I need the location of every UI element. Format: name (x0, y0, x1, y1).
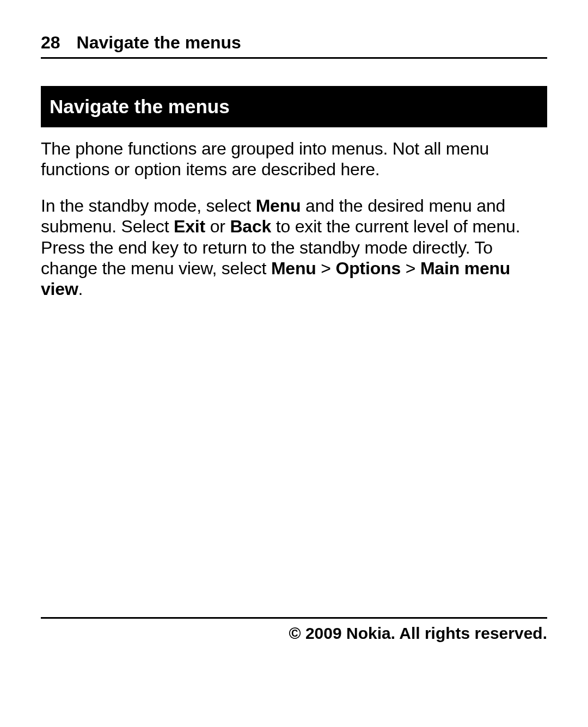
bold-back: Back (230, 217, 271, 236)
text-run: > (401, 258, 420, 278)
text-run: In the standby mode, select (41, 196, 256, 215)
section-title: Navigate the menus (41, 86, 547, 127)
bold-options: Options (336, 258, 401, 278)
bold-menu-2: Menu (271, 258, 316, 278)
page-container: 28 Navigate the menus Navigate the menus… (0, 0, 588, 727)
paragraph-1: The phone functions are grouped into men… (41, 138, 547, 180)
page-number: 28 (41, 33, 60, 53)
text-run: > (316, 258, 336, 278)
paragraph-2: In the standby mode, select Menu and the… (41, 195, 547, 300)
page-footer: © 2009 Nokia. All rights reserved. (41, 617, 547, 643)
running-title: Navigate the menus (77, 33, 241, 53)
text-run: . (78, 279, 83, 299)
header-inner: 28 Navigate the menus (41, 33, 547, 53)
copyright-text: © 2009 Nokia. All rights reserved. (289, 624, 547, 642)
page-header: 28 Navigate the menus (41, 33, 547, 59)
text-run: or (205, 217, 230, 236)
bold-exit: Exit (174, 217, 205, 236)
bold-menu: Menu (256, 196, 301, 215)
